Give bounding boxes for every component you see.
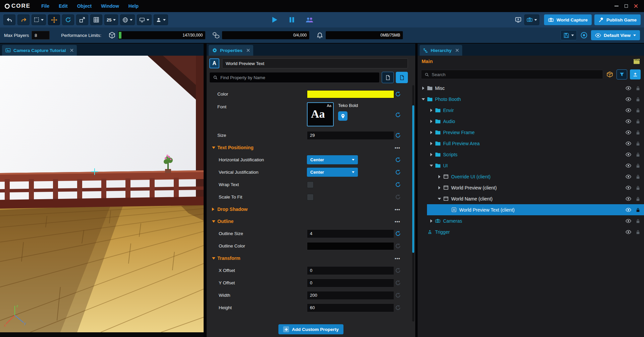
package-icon[interactable]: [606, 71, 613, 78]
visibility-eye-icon[interactable]: [626, 142, 631, 146]
visibility-eye-icon[interactable]: [626, 86, 631, 90]
expand-icon[interactable]: [429, 142, 434, 145]
play-button[interactable]: [268, 14, 280, 25]
reset-icon[interactable]: [393, 194, 402, 200]
y-offset-input[interactable]: 0: [307, 279, 394, 287]
visibility-eye-icon[interactable]: [626, 130, 631, 134]
visibility-eye-icon[interactable]: [626, 186, 631, 190]
tree-item-world-preview-text-client[interactable]: World Preview Text (client): [418, 204, 644, 215]
collapse-icon[interactable]: [421, 98, 426, 100]
outline-color-swatch[interactable]: [307, 242, 394, 250]
visibility-eye-icon[interactable]: [626, 108, 631, 112]
visibility-eye-icon[interactable]: [626, 197, 631, 201]
lock-icon[interactable]: [636, 219, 640, 223]
section-menu-icon[interactable]: •••: [392, 145, 403, 150]
lock-icon[interactable]: [636, 185, 640, 190]
font-preview-box[interactable]: Aa Aa: [307, 102, 334, 126]
visibility-eye-icon[interactable]: [626, 97, 631, 101]
scale-tool-button[interactable]: [76, 14, 88, 25]
collapse-icon[interactable]: [437, 198, 442, 200]
tree-item-trigger[interactable]: Trigger: [418, 226, 644, 237]
close-icon[interactable]: [70, 49, 73, 52]
reset-icon[interactable]: [393, 169, 402, 175]
expand-icon[interactable]: [212, 208, 214, 211]
menu-edit[interactable]: Edit: [54, 0, 72, 12]
pause-button[interactable]: [286, 14, 298, 25]
expand-icon[interactable]: [437, 186, 442, 189]
reset-icon[interactable]: [393, 280, 402, 286]
undo-button[interactable]: [3, 14, 15, 25]
collapse-icon[interactable]: [212, 147, 215, 149]
maximize-icon[interactable]: [625, 4, 628, 8]
lock-icon[interactable]: [636, 174, 640, 179]
hierarchy-search-input[interactable]: Search: [421, 70, 603, 79]
target-icon[interactable]: [580, 32, 588, 39]
tree-item-scripts[interactable]: Scripts: [418, 149, 644, 160]
expand-icon[interactable]: [429, 153, 434, 156]
close-icon[interactable]: [634, 4, 638, 8]
reset-icon[interactable]: [393, 91, 402, 97]
section-outline[interactable]: Outline •••: [207, 215, 415, 227]
add-custom-property-button[interactable]: Add Custom Property: [278, 324, 343, 334]
properties-scrollbar[interactable]: [412, 85, 414, 322]
vertical-justification-dropdown[interactable]: Center: [307, 168, 358, 177]
tree-item-misc[interactable]: Misc: [418, 82, 644, 94]
visibility-eye-icon[interactable]: [626, 230, 631, 234]
tree-item-envir[interactable]: Envir: [418, 105, 644, 116]
section-text-positioning[interactable]: Text Positioning •••: [207, 142, 415, 154]
tree-item-photo-booth[interactable]: Photo Booth: [418, 94, 644, 105]
reset-icon[interactable]: [393, 292, 402, 298]
expand-icon[interactable]: [429, 131, 434, 134]
lock-icon[interactable]: [636, 119, 640, 124]
filter-button[interactable]: [616, 69, 627, 79]
grid-size-dropdown[interactable]: 25: [104, 14, 118, 25]
minimize-icon[interactable]: [614, 6, 619, 6]
lock-icon[interactable]: [636, 230, 640, 234]
multiplayer-preview-button[interactable]: [303, 14, 316, 25]
visibility-eye-icon[interactable]: [626, 208, 631, 212]
wrap-text-checkbox[interactable]: [307, 181, 314, 188]
grid-snap-button[interactable]: [90, 14, 102, 25]
scrollbar-thumb[interactable]: [412, 105, 414, 253]
paste-properties-button[interactable]: [396, 72, 408, 83]
player-preview-dropdown[interactable]: [154, 14, 168, 25]
reset-icon[interactable]: [393, 243, 402, 249]
save-dropdown[interactable]: [560, 30, 577, 40]
outline-size-input[interactable]: 4: [307, 229, 394, 238]
expand-icon[interactable]: [421, 87, 426, 90]
axis-gizmo[interactable]: z x y: [3, 303, 27, 328]
tab-properties[interactable]: Properties: [209, 45, 253, 56]
find-property-input[interactable]: Find Property by Name: [209, 72, 380, 83]
reset-icon[interactable]: [393, 182, 402, 187]
tree-item-world-name-client[interactable]: World Name (client): [418, 193, 644, 204]
world-capture-button[interactable]: World Capture: [544, 14, 592, 25]
visibility-eye-icon[interactable]: [626, 219, 631, 223]
copy-properties-button[interactable]: [382, 72, 394, 83]
clapperboard-icon[interactable]: [633, 58, 640, 64]
coordinate-space-dropdown[interactable]: [120, 14, 135, 25]
collapse-icon[interactable]: [212, 220, 215, 223]
viewport-3d-scene[interactable]: z x y: [0, 56, 204, 332]
lock-icon[interactable]: [636, 130, 640, 135]
visibility-eye-icon[interactable]: [626, 175, 631, 179]
selection-pivot-marker[interactable]: [91, 168, 98, 176]
screen-share-icon[interactable]: [515, 16, 522, 23]
section-transform[interactable]: Transform •••: [207, 252, 415, 264]
menu-object[interactable]: Object: [72, 0, 97, 12]
lock-icon[interactable]: [636, 86, 640, 91]
move-tool-button[interactable]: [48, 14, 60, 25]
scale-to-fit-checkbox[interactable]: [307, 194, 314, 201]
tree-item-preview-frame[interactable]: Preview Frame: [418, 127, 644, 138]
lock-icon[interactable]: [636, 97, 640, 102]
close-icon[interactable]: [455, 49, 459, 52]
redo-button[interactable]: [17, 14, 30, 25]
color-swatch[interactable]: [307, 90, 394, 98]
section-drop-shadow[interactable]: Drop Shadow •••: [207, 203, 415, 215]
lock-icon[interactable]: [636, 208, 640, 212]
reset-icon[interactable]: [393, 112, 402, 118]
menu-file[interactable]: File: [37, 0, 54, 12]
reset-icon[interactable]: [393, 231, 402, 236]
tree-item-cameras[interactable]: Cameras: [418, 215, 644, 226]
tree-item-ui[interactable]: UI: [418, 160, 644, 171]
menu-help[interactable]: Help: [124, 0, 143, 12]
